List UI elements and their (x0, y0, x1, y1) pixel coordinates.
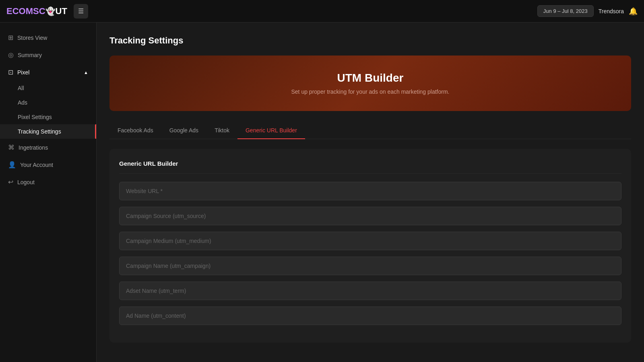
pixel-icon: ⊡ (8, 68, 13, 76)
tab-tiktok[interactable]: Tiktok (206, 122, 237, 139)
campaign-medium-input[interactable] (119, 232, 621, 250)
sidebar-subitem-label: Pixel Settings (18, 114, 52, 120)
bell-icon: 🔔 (629, 7, 638, 15)
sidebar: ⊞ Stores View ◎ Summary ⊡ Pixel ▲ All Ad… (0, 23, 97, 362)
utm-banner-subtext: Set up proper tracking for your ads on e… (122, 88, 618, 95)
campaign-name-input[interactable] (119, 257, 621, 275)
ad-name-input[interactable] (119, 306, 621, 325)
header-right: Jun 9 – Jul 8, 2023 Trendsora 🔔 (537, 5, 638, 17)
integrations-icon: ⌘ (8, 144, 14, 151)
utm-banner-heading: UTM Builder (122, 72, 618, 84)
sidebar-item-integrations[interactable]: ⌘ Ingetrations (0, 139, 96, 156)
menu-button[interactable]: ☰ (74, 4, 88, 19)
form-section: Generic URL Builder (109, 149, 631, 343)
sidebar-item-label: Summary (18, 52, 42, 58)
top-header: ECOMSC👻UT ☰ Jun 9 – Jul 8, 2023 Trendsor… (0, 0, 644, 23)
form-section-title: Generic URL Builder (119, 160, 621, 174)
field-website-url (119, 182, 621, 200)
adset-name-input[interactable] (119, 282, 621, 300)
sidebar-item-label: Logout (17, 179, 35, 185)
tab-generic-url-builder[interactable]: Generic URL Builder (237, 122, 305, 139)
tab-google-ads[interactable]: Google Ads (161, 122, 206, 139)
sidebar-subitem-label: All (18, 85, 24, 91)
field-adset-name (119, 282, 621, 300)
chevron-up-icon: ▲ (84, 70, 88, 75)
header-left: ECOMSC👻UT ☰ (6, 4, 88, 19)
main-layout: ⊞ Stores View ◎ Summary ⊡ Pixel ▲ All Ad… (0, 23, 644, 362)
sidebar-item-tracking-settings[interactable]: Tracking Settings (0, 124, 96, 139)
date-range: Jun 9 – Jul 8, 2023 (537, 5, 594, 17)
sidebar-item-ads[interactable]: Ads (0, 95, 96, 110)
menu-icon: ☰ (78, 7, 84, 15)
tabs: Facebook Ads Google Ads Tiktok Generic U… (109, 122, 631, 139)
sidebar-subitem-label: Tracking Settings (18, 128, 61, 135)
sidebar-item-logout[interactable]: ↩ Logout (0, 173, 96, 191)
main-content: Tracking Settings UTM Builder Set up pro… (97, 23, 644, 362)
field-campaign-name (119, 257, 621, 275)
logout-icon: ↩ (8, 178, 13, 186)
logo-ecom: ECOM (6, 6, 33, 16)
sidebar-item-label: Ingetrations (19, 144, 48, 151)
campaign-source-input[interactable] (119, 207, 621, 225)
sidebar-item-label: Stores View (17, 35, 47, 41)
page-title: Tracking Settings (109, 35, 631, 46)
field-campaign-medium (119, 232, 621, 250)
summary-icon: ◎ (8, 51, 14, 59)
logo: ECOMSC👻UT (6, 6, 67, 16)
logo-text: ECOMSC👻UT (6, 6, 67, 16)
sidebar-item-pixel-settings[interactable]: Pixel Settings (0, 110, 96, 124)
sidebar-item-summary[interactable]: ◎ Summary (0, 46, 96, 64)
sidebar-item-your-account[interactable]: 👤 Your Account (0, 156, 96, 173)
sidebar-item-all[interactable]: All (0, 81, 96, 95)
account-icon: 👤 (8, 161, 16, 169)
sidebar-subitem-label: Ads (18, 99, 27, 106)
store-name: Trendsora (599, 8, 624, 14)
tab-facebook-ads[interactable]: Facebook Ads (109, 122, 161, 139)
bell-button[interactable]: 🔔 (629, 7, 638, 16)
field-campaign-source (119, 207, 621, 225)
website-url-input[interactable] (119, 182, 621, 200)
sidebar-item-pixel[interactable]: ⊡ Pixel ▲ (0, 64, 96, 81)
sidebar-item-label: Pixel (17, 69, 29, 76)
sidebar-item-stores-view[interactable]: ⊞ Stores View (0, 29, 96, 46)
field-ad-name (119, 306, 621, 325)
sidebar-item-label: Your Account (20, 162, 53, 168)
stores-view-icon: ⊞ (8, 34, 13, 41)
utm-banner: UTM Builder Set up proper tracking for y… (109, 56, 631, 111)
